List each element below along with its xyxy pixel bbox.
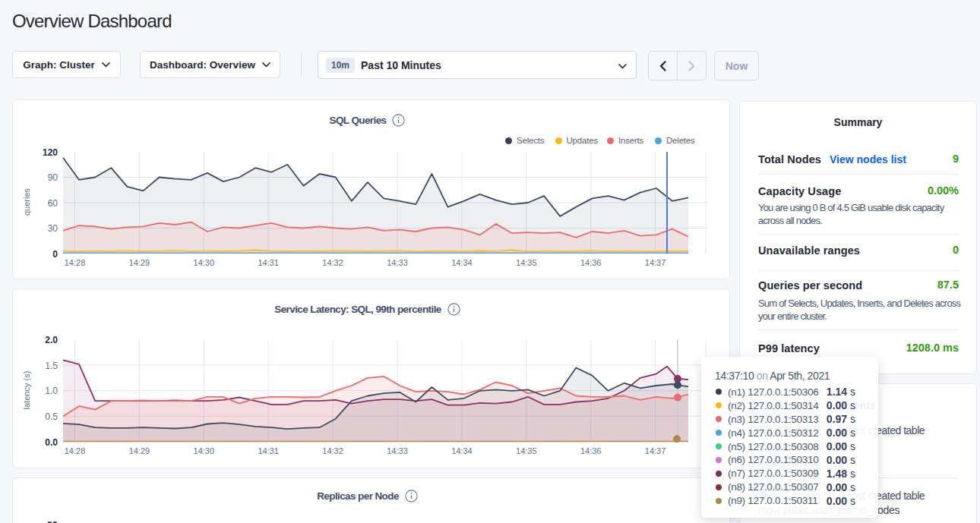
svg-text:14:30: 14:30	[194, 258, 215, 267]
svg-text:14:32: 14:32	[322, 258, 343, 267]
svg-text:14:29: 14:29	[129, 258, 150, 267]
svg-text:14:33: 14:33	[387, 258, 408, 267]
svg-text:14:35: 14:35	[516, 446, 537, 455]
svg-text:14:28: 14:28	[65, 258, 86, 267]
svg-text:latency (s): latency (s)	[22, 371, 31, 410]
svg-text:14:35: 14:35	[516, 258, 537, 267]
svg-text:14:33: 14:33	[387, 446, 408, 455]
svg-text:1.0: 1.0	[45, 386, 58, 396]
svg-text:14:31: 14:31	[258, 258, 279, 267]
svg-text:14:36: 14:36	[580, 446, 602, 455]
svg-text:60: 60	[48, 198, 58, 209]
svg-text:30: 30	[48, 223, 58, 234]
svg-text:14:37: 14:37	[645, 258, 666, 267]
svg-text:14:36: 14:36	[580, 258, 602, 267]
svg-text:90: 90	[48, 172, 58, 183]
svg-text:14:31: 14:31	[258, 446, 279, 455]
svg-text:60: 60	[47, 519, 58, 523]
svg-text:0: 0	[52, 249, 58, 260]
svg-text:2.0: 2.0	[45, 335, 58, 345]
svg-text:14:37: 14:37	[645, 446, 666, 455]
svg-text:120: 120	[43, 147, 58, 158]
svg-text:14:28: 14:28	[65, 446, 86, 455]
svg-text:14:29: 14:29	[129, 446, 150, 455]
svg-text:14:34: 14:34	[451, 446, 473, 455]
svg-text:1.5: 1.5	[45, 361, 58, 371]
svg-text:14:30: 14:30	[194, 446, 215, 455]
svg-text:queries: queries	[22, 187, 31, 216]
svg-text:0.5: 0.5	[45, 411, 58, 422]
svg-text:0.0: 0.0	[45, 437, 58, 448]
svg-text:14:34: 14:34	[451, 258, 473, 267]
svg-text:14:32: 14:32	[322, 446, 343, 455]
